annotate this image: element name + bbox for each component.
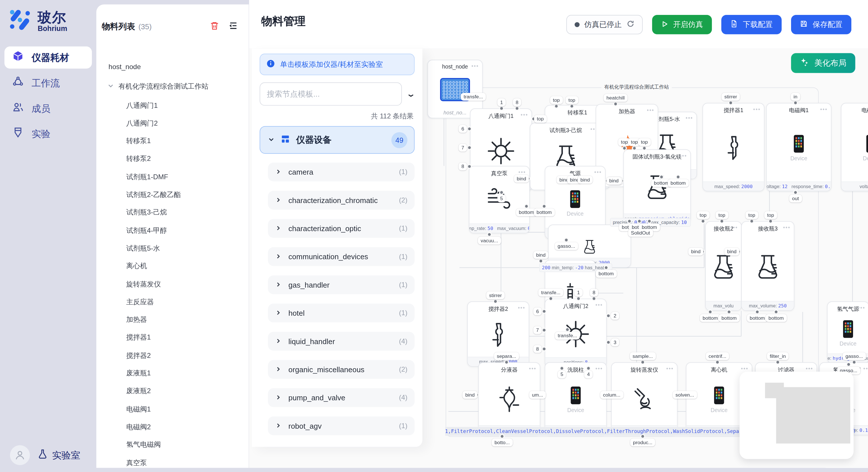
tree-item[interactable]: 转移泵2 xyxy=(96,152,249,166)
node-menu-icon[interactable]: ••• xyxy=(518,305,525,311)
port-bottom[interactable]: bottom xyxy=(766,314,786,322)
port-top[interactable]: top xyxy=(566,96,578,104)
port-5[interactable]: 5 xyxy=(558,370,566,378)
port-dot[interactable] xyxy=(642,146,647,150)
port-8[interactable]: 8 xyxy=(459,163,467,170)
port-dot[interactable] xyxy=(538,259,544,264)
port-dot[interactable] xyxy=(715,360,720,365)
port-top[interactable]: top xyxy=(534,115,547,123)
port-bottom[interactable]: bottom xyxy=(719,314,739,322)
start-simulation-button[interactable]: 开启仿真 xyxy=(652,15,712,34)
port-colum[interactable]: colum... xyxy=(600,391,623,399)
node-menu-icon[interactable]: ••• xyxy=(679,153,687,159)
port-dot[interactable] xyxy=(632,146,637,150)
port-dot[interactable] xyxy=(749,219,754,224)
port-top[interactable]: top xyxy=(745,211,758,219)
port-um[interactable]: um... xyxy=(529,391,546,399)
tree-item[interactable]: 电磁阀2 xyxy=(96,420,249,434)
tree-item[interactable]: 主反应器 xyxy=(96,295,249,309)
tree-item[interactable]: 八通阀门2 xyxy=(96,116,249,131)
port-stirrer[interactable]: stirrer xyxy=(722,93,740,101)
port-1[interactable]: 1 xyxy=(497,98,506,106)
port-dot[interactable] xyxy=(637,219,642,224)
port-dot[interactable] xyxy=(493,299,498,304)
port-produc[interactable]: produc... xyxy=(630,438,655,446)
port-dot[interactable] xyxy=(541,346,547,351)
port-bind[interactable]: bind xyxy=(724,248,739,256)
tree-item[interactable]: 转移泵1 xyxy=(96,134,249,148)
port-bottom[interactable]: bottom xyxy=(534,208,555,216)
canvas-node[interactable]: 分液器•••volume: 250has_phases: truesepara.… xyxy=(478,362,540,435)
port-solven[interactable]: solven... xyxy=(673,391,697,399)
port-top[interactable]: top xyxy=(638,138,650,146)
port-dot[interactable] xyxy=(726,309,732,314)
tree-item-host-node[interactable]: host_node xyxy=(96,60,249,74)
category-hotel[interactable]: hotel(1) xyxy=(268,304,414,323)
port-dot[interactable] xyxy=(554,104,559,109)
port-dot[interactable] xyxy=(548,296,553,301)
port-dot[interactable] xyxy=(592,296,596,301)
tree-item[interactable]: 试剂瓶1-DMF xyxy=(96,170,249,184)
port-dot[interactable] xyxy=(603,265,609,270)
port-8[interactable]: 8 xyxy=(590,289,598,297)
port-dot[interactable] xyxy=(467,127,472,131)
port-dot[interactable] xyxy=(564,237,569,242)
port-dot[interactable] xyxy=(606,313,611,318)
node-menu-icon[interactable]: ••• xyxy=(471,63,479,69)
port-bottom[interactable]: bottom xyxy=(747,314,768,322)
tree-group-workstation[interactable]: 有机化学流程综合测试工作站 xyxy=(96,79,249,94)
port-dot[interactable] xyxy=(846,362,851,367)
port-dot[interactable] xyxy=(541,328,547,333)
port-dot[interactable] xyxy=(576,296,581,301)
minimap[interactable] xyxy=(740,372,854,459)
port-7[interactable]: 7 xyxy=(533,326,541,334)
port-dot[interactable] xyxy=(708,309,713,314)
node-menu-icon[interactable]: ••• xyxy=(521,112,528,118)
port-dot[interactable] xyxy=(640,434,645,439)
port-dot[interactable] xyxy=(775,360,780,365)
category-camera[interactable]: camera(1) xyxy=(268,163,414,181)
port-dot[interactable] xyxy=(768,219,773,224)
sidebar-item-experiment[interactable]: 实验 xyxy=(4,123,92,145)
avatar[interactable] xyxy=(10,445,30,465)
tree-item[interactable]: 废液瓶2 xyxy=(96,384,249,399)
port-bind[interactable]: bind xyxy=(607,177,621,185)
port-dot[interactable] xyxy=(565,327,570,332)
port-bind[interactable]: bind xyxy=(688,248,703,256)
port-bottom[interactable]: bottom xyxy=(596,270,617,278)
port-out[interactable]: out xyxy=(789,195,802,202)
node-menu-icon[interactable]: ••• xyxy=(820,106,828,112)
node-menu-icon[interactable]: ••• xyxy=(741,366,748,372)
port-4[interactable]: 4 xyxy=(584,370,593,378)
port-filterin[interactable]: filter_in xyxy=(767,352,788,360)
port-top[interactable]: top xyxy=(550,96,563,104)
node-menu-icon[interactable]: ••• xyxy=(686,115,693,121)
port-dot[interactable] xyxy=(774,309,778,314)
tree-item[interactable]: 加热器 xyxy=(96,313,249,327)
port-8[interactable]: 8 xyxy=(513,98,521,106)
port-dot[interactable] xyxy=(613,102,618,106)
tree-item[interactable]: 试剂瓶5-水 xyxy=(96,241,249,256)
canvas-node[interactable]: 接收瓶2•••max_volutoptopbindbottombottom xyxy=(705,221,742,310)
category-gas_handler[interactable]: gas_handler(1) xyxy=(268,275,414,294)
port-dot[interactable] xyxy=(755,309,760,314)
port-dot[interactable] xyxy=(500,434,505,439)
node-menu-icon[interactable]: ••• xyxy=(753,106,761,112)
port-dot[interactable] xyxy=(659,174,664,179)
canvas-node[interactable]: 搅拌器1•••max_speed: 2000stirrer xyxy=(702,103,764,192)
category-robot_agv[interactable]: robot_agv(1) xyxy=(268,416,414,435)
port-bind[interactable]: bind xyxy=(578,176,592,183)
node-menu-icon[interactable]: ••• xyxy=(595,366,603,372)
port-transfe[interactable]: transfe... xyxy=(538,289,563,297)
node-menu-icon[interactable]: ••• xyxy=(647,107,654,113)
category-communication_devices[interactable]: communication_devices(1) xyxy=(268,247,414,266)
port-dot[interactable] xyxy=(647,219,652,224)
port-8[interactable]: 8 xyxy=(533,345,541,353)
port-dot[interactable] xyxy=(719,219,724,224)
port-dot[interactable] xyxy=(793,100,798,105)
port-7[interactable]: 7 xyxy=(459,144,467,151)
port-5[interactable]: 5 xyxy=(497,195,506,202)
lab-switcher[interactable]: 实验室 xyxy=(38,449,80,461)
port-dot[interactable] xyxy=(569,104,575,109)
port-top[interactable]: top xyxy=(764,211,777,219)
